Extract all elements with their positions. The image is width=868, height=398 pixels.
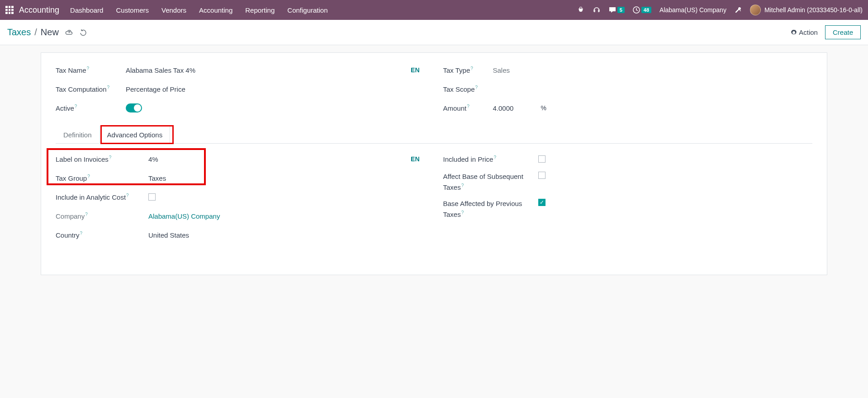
field-tax-scope: Tax Scope? [443, 83, 813, 95]
breadcrumb-root[interactable]: Taxes [7, 27, 31, 37]
amount-suffix: % [541, 104, 546, 112]
sheet-wrapper: Tax Name? Alabama Sales Tax 4% EN Tax Co… [0, 45, 868, 282]
messages-badge: 5 [617, 7, 625, 13]
help-icon[interactable]: ? [80, 231, 83, 236]
label-tax-computation: Tax Computation? [56, 85, 126, 93]
action-dropdown[interactable]: Action [791, 28, 818, 36]
adv-col-left: Label on Invoices? 4% EN Tax Group? Taxe… [56, 153, 425, 248]
help-icon[interactable]: ? [461, 183, 464, 188]
messages-icon[interactable]: 5 [609, 6, 625, 14]
nav-customers[interactable]: Customers [116, 6, 149, 14]
gear-icon [791, 29, 797, 36]
checkbox-base-affected[interactable]: ✓ [538, 199, 545, 206]
advanced-grid: Label on Invoices? 4% EN Tax Group? Taxe… [56, 153, 812, 248]
field-label-on-invoices: Label on Invoices? 4% EN [56, 153, 425, 165]
nav-vendors[interactable]: Vendors [161, 6, 186, 14]
value-tax-type[interactable]: Sales [493, 66, 813, 74]
label-tax-type: Tax Type? [443, 66, 493, 74]
action-label: Action [799, 28, 818, 36]
lang-button[interactable]: EN [411, 66, 425, 74]
breadcrumb-sep: / [34, 27, 37, 37]
field-company: Company? Alabama(US) Company [56, 210, 425, 222]
form-top-grid: Tax Name? Alabama Sales Tax 4% EN Tax Co… [56, 64, 812, 121]
field-include-analytic: Include in Analytic Cost? [56, 191, 425, 203]
breadcrumb: Taxes / New [7, 27, 87, 37]
help-icon[interactable]: ? [475, 85, 478, 90]
control-panel: Taxes / New Action Create [0, 20, 868, 45]
field-tax-type: Tax Type? Sales [443, 64, 813, 76]
tab-advanced-options[interactable]: Advanced Options [100, 126, 171, 144]
field-tax-group: Tax Group? Taxes [56, 172, 425, 184]
activities-icon[interactable]: 48 [633, 6, 651, 14]
field-tax-computation: Tax Computation? Percentage of Price [56, 83, 425, 95]
toggle-active[interactable] [126, 103, 142, 112]
breadcrumb-current: New [41, 27, 59, 37]
nav-dashboard[interactable]: Dashboard [70, 6, 103, 14]
support-icon[interactable] [593, 6, 601, 14]
value-country[interactable]: United States [148, 231, 425, 239]
lang-button[interactable]: EN [411, 155, 425, 163]
field-country: Country? United States [56, 229, 425, 241]
company-switcher[interactable]: Alabama(US) Company [659, 6, 726, 14]
debug-icon[interactable] [577, 6, 584, 14]
label-tax-name: Tax Name? [56, 66, 126, 74]
label-affect-base: Affect Base of Subsequent Taxes? [443, 172, 538, 192]
form-col-right: Tax Type? Sales Tax Scope? Amount? 4.000… [443, 64, 813, 121]
avatar [750, 5, 761, 15]
checkbox-affect-base[interactable] [538, 172, 545, 179]
help-icon[interactable]: ? [461, 210, 464, 215]
help-icon[interactable]: ? [493, 155, 496, 160]
label-base-affected: Base Affected by Previous Taxes? [443, 199, 538, 220]
nav-configuration[interactable]: Configuration [287, 6, 327, 14]
checkbox-included-in-price[interactable] [538, 155, 545, 163]
field-amount: Amount? 4.0000 % [443, 102, 813, 114]
help-icon[interactable]: ? [109, 155, 112, 160]
company-label: Alabama(US) Company [659, 6, 726, 14]
help-icon[interactable]: ? [75, 104, 77, 109]
value-tax-name[interactable]: Alabama Sales Tax 4% [126, 66, 411, 74]
value-company[interactable]: Alabama(US) Company [148, 212, 425, 220]
tab-definition[interactable]: Definition [56, 126, 100, 144]
cloud-save-icon[interactable] [65, 28, 73, 37]
activities-badge: 48 [641, 7, 651, 13]
label-amount: Amount? [443, 104, 493, 112]
label-country: Country? [56, 231, 148, 239]
discard-icon[interactable] [80, 29, 87, 36]
label-tax-scope: Tax Scope? [443, 85, 493, 93]
field-affect-base: Affect Base of Subsequent Taxes? [443, 172, 813, 192]
nav-accounting[interactable]: Accounting [199, 6, 232, 14]
tabs: Definition Advanced Options [56, 126, 812, 144]
help-icon[interactable]: ? [87, 66, 90, 71]
label-active: Active? [56, 104, 126, 112]
help-icon[interactable]: ? [467, 104, 470, 109]
nav-reporting[interactable]: Reporting [245, 6, 275, 14]
nav-menu: Dashboard Customers Vendors Accounting R… [70, 6, 327, 14]
form-col-left: Tax Name? Alabama Sales Tax 4% EN Tax Co… [56, 64, 425, 121]
value-tax-computation[interactable]: Percentage of Price [126, 85, 425, 93]
app-brand[interactable]: Accounting [19, 5, 59, 15]
field-included-in-price: Included in Price? [443, 153, 813, 165]
label-included-in-price: Included in Price? [443, 155, 538, 163]
label-include-analytic: Include in Analytic Cost? [56, 193, 148, 201]
help-icon[interactable]: ? [107, 85, 110, 90]
create-button[interactable]: Create [825, 25, 861, 39]
value-label-on-invoices[interactable]: 4% [148, 155, 411, 163]
help-icon[interactable]: ? [126, 193, 129, 198]
help-icon[interactable]: ? [470, 66, 473, 71]
label-company: Company? [56, 212, 148, 220]
cp-right: Action Create [791, 25, 861, 39]
label-label-on-invoices: Label on Invoices? [56, 155, 148, 163]
form-sheet: Tax Name? Alabama Sales Tax 4% EN Tax Co… [41, 52, 827, 275]
nav-right: 5 48 Alabama(US) Company Mitchell Admin … [577, 5, 863, 15]
value-tax-group[interactable]: Taxes [148, 174, 425, 182]
checkbox-include-analytic[interactable] [148, 193, 156, 201]
apps-icon[interactable] [5, 6, 14, 14]
field-tax-name: Tax Name? Alabama Sales Tax 4% EN [56, 64, 425, 76]
field-active: Active? [56, 102, 425, 114]
help-icon[interactable]: ? [87, 174, 90, 179]
tools-icon[interactable] [735, 6, 742, 14]
adv-col-right: Included in Price? Affect Base of Subseq… [443, 153, 813, 248]
help-icon[interactable]: ? [85, 212, 88, 217]
user-menu[interactable]: Mitchell Admin (20333450-16-0-all) [750, 5, 863, 15]
value-amount[interactable]: 4.0000 [493, 104, 514, 112]
